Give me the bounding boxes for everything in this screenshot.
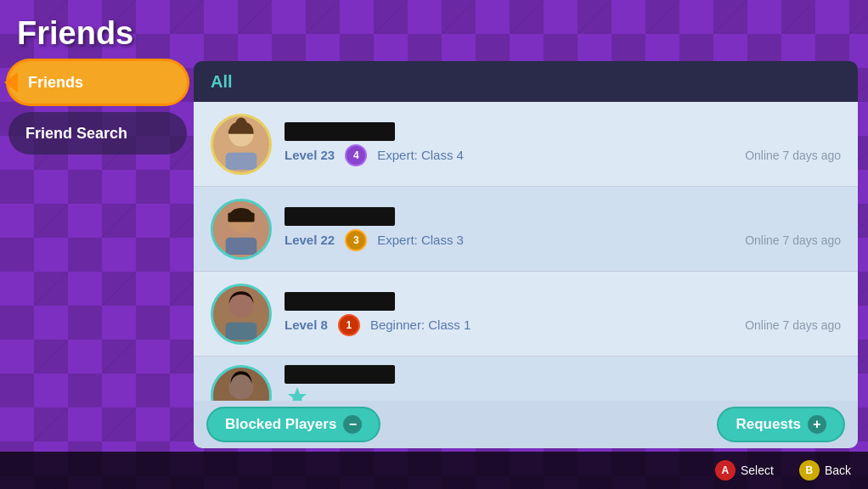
table-row[interactable]: Level 22 3 Expert: Class 3 Online 7 days… bbox=[194, 187, 858, 272]
friend-rank-text: Beginner: Class 1 bbox=[370, 318, 471, 332]
sidebar-item-friend-search[interactable]: Friend Search bbox=[8, 112, 187, 155]
rank-badge: 1 bbox=[338, 314, 360, 336]
friend-info: Level 8 1 Beginner: Class 1 Online 7 day… bbox=[285, 292, 841, 336]
sidebar: Friends Friend Search bbox=[8, 61, 187, 155]
friend-info bbox=[285, 365, 841, 401]
bottom-buttons: Blocked Players − Requests + bbox=[194, 401, 858, 448]
friend-name-redacted bbox=[285, 365, 395, 384]
bottom-bar: A Select B Back bbox=[0, 452, 868, 489]
blocked-players-button[interactable]: Blocked Players − bbox=[206, 407, 380, 442]
sidebar-arrow bbox=[4, 72, 18, 93]
friends-list: Level 23 4 Expert: Class 4 Online 7 days… bbox=[194, 102, 858, 401]
friend-rank-text: Expert: Class 3 bbox=[377, 233, 464, 247]
table-row[interactable]: Level 23 4 Expert: Class 4 Online 7 days… bbox=[194, 102, 858, 187]
rank-badge: 3 bbox=[345, 229, 367, 251]
friend-level: Level 23 bbox=[285, 148, 335, 162]
svg-point-5 bbox=[236, 117, 247, 128]
a-badge: A bbox=[715, 460, 736, 481]
avatar bbox=[211, 365, 272, 401]
rank-badge: 4 bbox=[345, 144, 367, 166]
friend-stats bbox=[285, 387, 841, 401]
friend-name-redacted bbox=[285, 122, 395, 141]
table-row[interactable] bbox=[194, 357, 858, 401]
friend-name-redacted bbox=[285, 292, 395, 311]
requests-button[interactable]: Requests + bbox=[717, 407, 845, 442]
tab-all[interactable]: All bbox=[211, 72, 233, 92]
friend-rank-text: Expert: Class 4 bbox=[377, 148, 464, 162]
svg-marker-14 bbox=[288, 387, 307, 401]
friend-level: Level 22 bbox=[285, 233, 335, 247]
back-action: B Back bbox=[799, 460, 851, 481]
svg-rect-9 bbox=[226, 237, 257, 254]
main-panel: All Level 23 bbox=[194, 61, 858, 448]
select-action: A Select bbox=[715, 460, 774, 481]
friend-stats: Level 23 4 Expert: Class 4 Online 7 days… bbox=[285, 144, 841, 166]
friend-online: Online 7 days ago bbox=[745, 149, 841, 162]
friend-level: Level 8 bbox=[285, 318, 328, 332]
avatar bbox=[211, 114, 272, 175]
avatar bbox=[211, 199, 272, 260]
blocked-icon: − bbox=[343, 415, 362, 434]
friend-info: Level 23 4 Expert: Class 4 Online 7 days… bbox=[285, 122, 841, 166]
friend-stats: Level 8 1 Beginner: Class 1 Online 7 day… bbox=[285, 314, 841, 336]
friend-online: Online 7 days ago bbox=[745, 233, 841, 247]
b-badge: B bbox=[799, 460, 820, 481]
page-title: Friends bbox=[17, 15, 133, 52]
avatar bbox=[211, 284, 272, 345]
svg-rect-8 bbox=[228, 212, 254, 222]
requests-icon: + bbox=[808, 415, 826, 434]
friend-info: Level 22 3 Expert: Class 3 Online 7 days… bbox=[285, 207, 841, 251]
table-row[interactable]: Level 8 1 Beginner: Class 1 Online 7 day… bbox=[194, 272, 858, 357]
svg-rect-11 bbox=[226, 322, 257, 339]
svg-rect-6 bbox=[226, 152, 257, 169]
sidebar-item-friends[interactable]: Friends bbox=[8, 61, 187, 104]
friend-online: Online 7 days ago bbox=[745, 318, 841, 332]
friend-name-redacted bbox=[285, 207, 395, 226]
tab-header: All bbox=[194, 61, 858, 102]
friend-stats: Level 22 3 Expert: Class 3 Online 7 days… bbox=[285, 229, 841, 251]
